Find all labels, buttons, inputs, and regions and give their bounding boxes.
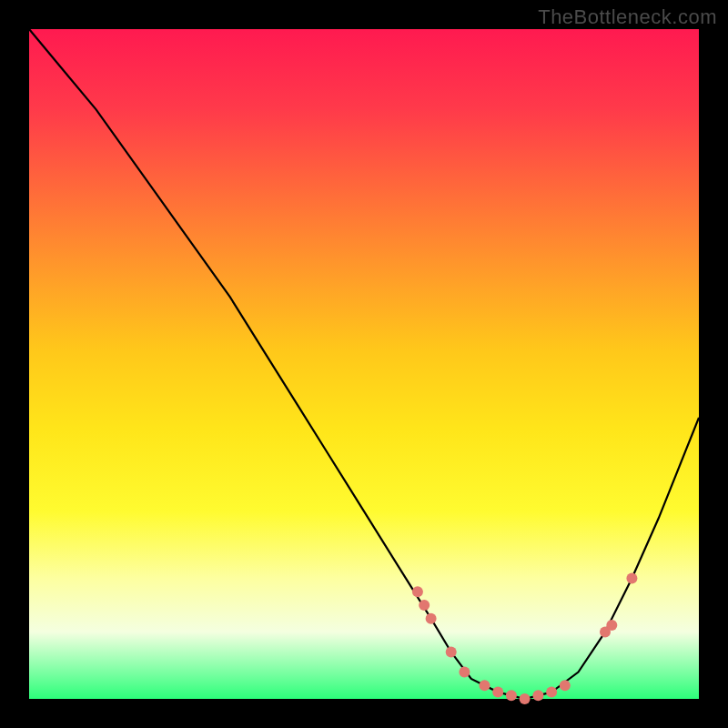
marker-dot (546, 687, 557, 698)
marker-dot (480, 680, 490, 691)
curve-layer (29, 29, 699, 699)
marker-dot (412, 586, 423, 597)
marker-dot (446, 647, 457, 658)
marker-dot (492, 687, 503, 698)
marker-dot (560, 680, 571, 691)
marker-dot (419, 600, 430, 611)
marker-group (412, 573, 638, 705)
watermark-text: TheBottleneck.com (538, 5, 717, 29)
marker-dot (520, 693, 531, 704)
marker-dot (506, 690, 517, 701)
chart-frame: TheBottleneck.com (0, 0, 728, 728)
bottleneck-curve (29, 29, 699, 699)
marker-dot (606, 620, 617, 631)
marker-dot (532, 690, 543, 701)
marker-dot (426, 613, 437, 624)
marker-dot (626, 573, 637, 584)
marker-dot (459, 667, 470, 678)
